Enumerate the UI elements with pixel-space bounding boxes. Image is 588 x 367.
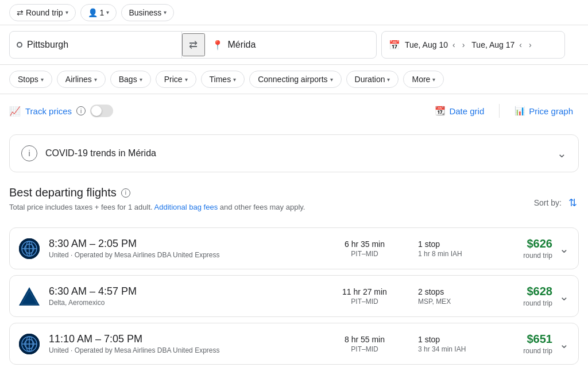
cabin-class-button[interactable]: Business ▾ [121, 4, 174, 21]
flight-expand-button[interactable]: ⌄ [559, 289, 569, 303]
filter-more-button[interactable]: More▾ [403, 71, 444, 88]
delta-logo [19, 286, 40, 307]
filter-duration-chevron: ▾ [387, 76, 390, 83]
origin-input[interactable] [27, 40, 175, 50]
sort-icon[interactable]: ⇅ [566, 196, 579, 209]
stops-detail: 1 hr 8 min IAH [418, 250, 481, 258]
flight-route: PIT–MID [339, 345, 390, 353]
trip-type-label: Round trip [26, 8, 63, 17]
united-logo [19, 238, 40, 259]
airline-logo [19, 286, 40, 307]
destination-field[interactable]: 📍 [205, 32, 377, 58]
stops-value: 1 stop [418, 335, 481, 344]
price-graph-button[interactable]: 📊 Price graph [509, 102, 579, 119]
date-picker[interactable]: 📅 Tue, Aug 10 ‹ › Tue, Aug 17 ‹ › [381, 31, 565, 59]
flight-route: PIT–MID [339, 250, 390, 258]
flight-card[interactable]: 11:10 AM – 7:05 PM United · Operated by … [9, 323, 579, 365]
filter-bar: Stops▾Airlines▾Bags▾Price▾Times▾Connecti… [0, 65, 588, 94]
cabin-class-chevron: ▾ [164, 9, 167, 16]
covid-banner[interactable]: i COVID-19 trends in Mérida ⌄ [9, 134, 579, 172]
depart-date-next-button[interactable]: › [460, 38, 467, 52]
filter-price-label: Price [164, 75, 183, 84]
flight-stops: 2 stops MSP, MEX [418, 287, 481, 306]
return-date-next-button[interactable]: › [527, 38, 534, 52]
price-label: round trip [495, 299, 552, 307]
flight-cards-container: 8:30 AM – 2:05 PM United · Operated by M… [9, 227, 579, 365]
filter-stops-label: Stops [18, 75, 38, 84]
track-prices-label: Track prices [25, 106, 72, 116]
track-prices-toggle[interactable] [90, 105, 113, 117]
flight-duration: 8 hr 55 min PIT–MID [339, 335, 390, 353]
stops-detail: 3 hr 34 min IAH [418, 345, 481, 353]
flight-expand-button[interactable]: ⌄ [559, 242, 569, 256]
trending-up-icon: 📈 [9, 106, 21, 117]
track-prices-info-icon[interactable]: i [76, 106, 86, 115]
return-date-prev-button[interactable]: ‹ [517, 38, 524, 52]
trip-type-button[interactable]: ⇄ Round trip ▾ [9, 4, 76, 21]
origin-dot-icon [17, 42, 22, 48]
stops-value: 1 stop [418, 239, 481, 249]
person-icon: 👤 [88, 8, 98, 17]
price-value: $628 [495, 285, 552, 298]
filter-price-button[interactable]: Price▾ [156, 71, 196, 88]
passengers-label: 1 [100, 8, 105, 17]
filter-more-label: More [412, 75, 430, 84]
origin-dest-container: ⇄ 📍 [9, 31, 377, 59]
flight-price: $628 round trip [495, 285, 552, 307]
top-bar: ⇄ Round trip ▾ 👤 1 ▾ Business ▾ [0, 0, 588, 25]
airline-name: United · Operated by Mesa Airlines DBA U… [49, 251, 325, 259]
airline-name: Delta, Aeromexico [49, 299, 325, 307]
filter-bags-button[interactable]: Bags▾ [110, 71, 151, 88]
sort-label: Sort by: [534, 198, 562, 207]
filter-price-chevron: ▾ [185, 76, 188, 83]
filter-airlines-button[interactable]: Airlines▾ [57, 71, 106, 88]
covid-banner-left: i COVID-19 trends in Mérida [21, 145, 156, 161]
price-label: round trip [495, 347, 552, 355]
filter-bags-label: Bags [119, 75, 137, 84]
filter-stops-chevron: ▾ [41, 76, 44, 83]
destination-input[interactable] [228, 40, 370, 50]
flight-times: 6:30 AM – 4:57 PM Delta, Aeromexico [49, 285, 325, 307]
flight-card[interactable]: 6:30 AM – 4:57 PM Delta, Aeromexico 11 h… [9, 275, 579, 317]
stops-value: 2 stops [418, 287, 481, 296]
passengers-button[interactable]: 👤 1 ▾ [80, 4, 117, 21]
flight-times: 11:10 AM – 7:05 PM United · Operated by … [49, 333, 325, 354]
right-tools: 📆 Date grid 📊 Price graph [429, 102, 579, 119]
section-info-icon[interactable]: i [121, 188, 130, 198]
origin-field[interactable] [10, 32, 182, 58]
swap-arrows-icon: ⇄ [189, 38, 198, 51]
additional-bag-fees-link[interactable]: Additional bag fees [154, 203, 218, 211]
filter-duration-label: Duration [355, 75, 385, 84]
price-value: $626 [495, 237, 552, 250]
flight-route: PIT–MID [339, 298, 390, 306]
filter-times-button[interactable]: Times▾ [201, 71, 245, 88]
filter-bags-chevron: ▾ [140, 76, 142, 83]
filter-connecting-label: Connecting airports [258, 75, 327, 84]
filter-stops-button[interactable]: Stops▾ [9, 71, 52, 88]
flight-card[interactable]: 8:30 AM – 2:05 PM United · Operated by M… [9, 227, 579, 269]
passengers-chevron: ▾ [106, 9, 109, 16]
cabin-class-label: Business [129, 8, 161, 17]
destination-pin-icon: 📍 [212, 40, 223, 51]
return-date: Tue, Aug 17 [471, 40, 514, 49]
duration-value: 6 hr 35 min [339, 239, 390, 249]
price-label: round trip [495, 252, 552, 260]
date-grid-button[interactable]: 📆 Date grid [429, 102, 490, 119]
covid-info-icon: i [21, 145, 37, 161]
search-bar: ⇄ 📍 📅 Tue, Aug 10 ‹ › Tue, Aug 17 ‹ › [0, 25, 588, 65]
flight-price: $651 round trip [495, 333, 552, 355]
filter-connecting-button[interactable]: Connecting airports▾ [249, 71, 341, 88]
swap-button[interactable]: ⇄ [182, 33, 205, 56]
depart-date-prev-button[interactable]: ‹ [450, 38, 458, 52]
time-range: 6:30 AM – 4:57 PM [49, 285, 325, 298]
depart-date: Tue, Aug 10 [405, 40, 448, 49]
trip-type-chevron: ▾ [65, 9, 68, 16]
track-prices-section: 📈 Track prices i [9, 105, 113, 117]
time-range: 8:30 AM – 2:05 PM [49, 238, 325, 250]
duration-value: 11 hr 27 min [339, 287, 390, 296]
flight-expand-button[interactable]: ⌄ [559, 337, 569, 351]
flight-times: 8:30 AM – 2:05 PM United · Operated by M… [49, 238, 325, 259]
filter-duration-button[interactable]: Duration▾ [346, 71, 399, 88]
results-section: Best departing flights i Total price inc… [0, 179, 588, 365]
covid-title: COVID-19 trends in Mérida [45, 148, 156, 159]
